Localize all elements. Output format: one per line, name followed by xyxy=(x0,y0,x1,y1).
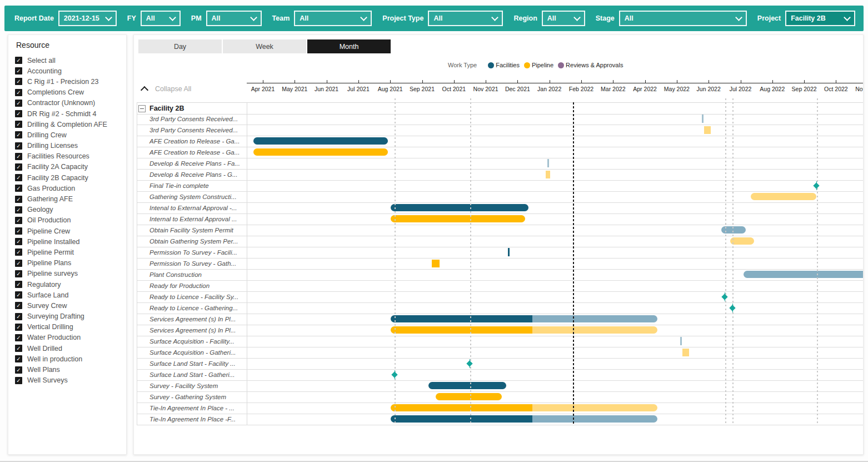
legend-item-facilities[interactable]: Facilities xyxy=(488,62,520,68)
resource-item-pipeline-permit[interactable]: ✓Pipeline Permit xyxy=(15,247,126,257)
checkbox-pipeline-installed[interactable]: ✓ xyxy=(15,238,22,245)
resource-item-c-rig-1-precision-23[interactable]: ✓C Rig #1 - Precision 23 xyxy=(15,76,126,87)
task-label-surface-acquisition-gatheri[interactable]: Surface Acquisition - Gatheri... xyxy=(149,347,236,358)
task-tick[interactable] xyxy=(680,337,682,345)
task-label-permission-to-survey-gath[interactable]: Permission To Survey - Gath... xyxy=(149,258,236,269)
resource-item-drilling-licenses[interactable]: ✓Drilling Licenses xyxy=(15,141,126,151)
task-label-afe-creation-to-release-ga[interactable]: AFE Creation to Release - Ga... xyxy=(149,136,240,147)
checkbox-drilling-licenses[interactable]: ✓ xyxy=(15,142,22,150)
checkbox-geology[interactable]: ✓ xyxy=(15,206,22,213)
checkbox-drilling-crew[interactable]: ✓ xyxy=(15,131,22,138)
filter-select-pm[interactable]: All xyxy=(206,11,262,26)
resource-item-dr-rig-2-schmidt-4[interactable]: ✓DR Rig #2 - Schmidt 4 xyxy=(15,108,126,119)
checkbox-gathering-afe[interactable]: ✓ xyxy=(15,196,22,203)
milestone-diamond[interactable] xyxy=(466,360,472,366)
task-square[interactable] xyxy=(704,126,711,134)
gantt-bar[interactable] xyxy=(253,137,388,145)
checkbox-facilities-resources[interactable]: ✓ xyxy=(15,153,22,160)
resource-item-pipeline-plans[interactable]: ✓Pipeline Plans xyxy=(15,258,126,269)
milestone-diamond[interactable] xyxy=(391,371,397,377)
resource-item-water-production[interactable]: ✓Water Production xyxy=(15,332,126,343)
gantt-bar[interactable] xyxy=(721,226,746,234)
collapse-all-button[interactable]: Collapse All xyxy=(141,85,191,93)
task-label-plant-construction[interactable]: Plant Construction xyxy=(149,269,202,280)
resource-item-pipeline-installed[interactable]: ✓Pipeline Installed xyxy=(15,236,126,247)
gantt-bar[interactable] xyxy=(532,326,657,334)
task-square[interactable] xyxy=(546,171,550,178)
gantt-bar[interactable] xyxy=(730,237,754,245)
filter-select-team[interactable]: All xyxy=(294,11,372,26)
checkbox-oil-production[interactable]: ✓ xyxy=(15,217,22,224)
checkbox-pipeline-permit[interactable]: ✓ xyxy=(15,249,22,256)
checkbox-well-surveys[interactable]: ✓ xyxy=(15,377,22,384)
milestone-diamond[interactable] xyxy=(729,305,735,311)
task-label-permission-to-survey-facili[interactable]: Permission To Survey - Facili... xyxy=(149,247,237,258)
task-label-3rd-party-consents-received[interactable]: 3rd Party Consents Received... xyxy=(149,125,238,136)
checkbox-well-in-production[interactable]: ✓ xyxy=(15,355,22,362)
resource-item-pipeline-surveys[interactable]: ✓Pipeline surveys xyxy=(15,269,126,279)
milestone-diamond[interactable] xyxy=(721,294,727,300)
resource-item-surface-land[interactable]: ✓Surface Land xyxy=(15,290,126,300)
task-label-intenal-to-external-approval[interactable]: Intenal to External Approval -... xyxy=(149,202,237,213)
resource-item-facility-2b-capacity[interactable]: ✓Facility 2B Capacity xyxy=(15,172,126,183)
resource-item-surveying-drafting[interactable]: ✓Surveying Drafting xyxy=(15,311,126,322)
task-label-surface-land-start-facility[interactable]: Surface Land Start - Facility ... xyxy=(149,358,236,369)
resource-item-geology[interactable]: ✓Geology xyxy=(15,205,126,215)
checkbox-c-rig-1-precision-23[interactable]: ✓ xyxy=(15,78,22,85)
resource-item-contractor-unknown[interactable]: ✓Contractor (Unknown) xyxy=(15,98,126,108)
checkbox-facility-2b-capacity[interactable]: ✓ xyxy=(15,174,22,181)
task-label-surface-land-start-gatheri[interactable]: Surface Land Start - Gatheri... xyxy=(149,369,235,380)
resource-item-well-in-production[interactable]: ✓Well in production xyxy=(15,354,126,364)
collapse-group-icon[interactable] xyxy=(138,105,146,112)
view-button-month[interactable]: Month xyxy=(307,39,391,53)
task-square[interactable] xyxy=(682,349,689,356)
checkbox-accounting[interactable]: ✓ xyxy=(15,67,22,74)
checkbox-surveying-drafting[interactable]: ✓ xyxy=(15,313,22,320)
task-label-survey-gathering-system[interactable]: Survey - Gathering System xyxy=(149,391,226,403)
resource-item-regulatory[interactable]: ✓Regulatory xyxy=(15,279,126,290)
task-label-tie-in-agreement-in-place[interactable]: Tie-In Agreement In Place - ... xyxy=(149,403,235,414)
resource-item-accounting[interactable]: ✓Accounting xyxy=(15,66,126,76)
task-label-survey-facility-system[interactable]: Survey - Facility System xyxy=(149,380,218,391)
checkbox-gas-production[interactable]: ✓ xyxy=(15,185,22,192)
gantt-bar[interactable] xyxy=(391,215,525,222)
task-label-services-agreement-s-in-pl[interactable]: Services Agreement (s) In Pl... xyxy=(149,325,236,336)
gantt-bar[interactable] xyxy=(391,204,528,211)
legend-item-pipeline[interactable]: Pipeline xyxy=(524,62,553,68)
checkbox-regulatory[interactable]: ✓ xyxy=(15,281,22,288)
legend-item-reviews-approvals[interactable]: Reviews & Approvals xyxy=(558,62,623,68)
resource-item-drilling-completion-afe[interactable]: ✓Drilling & Completion AFE xyxy=(15,119,126,130)
gantt-bar[interactable] xyxy=(253,148,388,156)
task-label-services-agreement-s-in-pl[interactable]: Services Agreement (s) In Pl... xyxy=(149,314,236,325)
checkbox-drilling-completion-afe[interactable]: ✓ xyxy=(15,121,22,128)
gantt-bar[interactable] xyxy=(436,393,502,400)
checkbox-dr-rig-2-schmidt-4[interactable]: ✓ xyxy=(15,110,22,117)
resource-item-select-all[interactable]: ✓Select all xyxy=(15,55,126,66)
resource-item-drilling-crew[interactable]: ✓Drilling Crew xyxy=(15,130,126,140)
task-label-surface-acquisition-facility[interactable]: Surface Acquisition - Facility... xyxy=(149,336,235,347)
view-button-day[interactable]: Day xyxy=(138,39,222,53)
checkbox-select-all[interactable]: ✓ xyxy=(15,57,22,64)
task-label-obtain-facility-system-permit[interactable]: Obtain Facility System Permit xyxy=(149,225,233,236)
resource-item-pipeline-crew[interactable]: ✓Pipeline Crew xyxy=(15,226,126,236)
gantt-bar[interactable] xyxy=(391,315,532,322)
filter-select-fy[interactable]: All xyxy=(141,11,181,26)
task-label-ready-to-licence-gathering[interactable]: Ready to Licence - Gathering... xyxy=(149,302,238,314)
task-label-afe-creation-to-release-ga[interactable]: AFE Creation to Release - Ga... xyxy=(149,147,240,158)
checkbox-pipeline-crew[interactable]: ✓ xyxy=(15,227,22,235)
gantt-bar[interactable] xyxy=(532,315,657,322)
gantt-bar[interactable] xyxy=(391,415,532,423)
task-label-ready-to-licence-facility-sy[interactable]: Ready to Licence - Facility Sy... xyxy=(149,291,238,302)
task-tick[interactable] xyxy=(508,248,510,256)
checkbox-survey-crew[interactable]: ✓ xyxy=(15,302,22,309)
task-label-tie-in-agreement-in-place-f[interactable]: Tie-In Agreement In Place -F... xyxy=(149,414,236,425)
checkbox-pipeline-plans[interactable]: ✓ xyxy=(15,260,22,267)
gantt-bar[interactable] xyxy=(428,382,506,389)
task-square[interactable] xyxy=(432,260,440,267)
filter-select-region[interactable]: All xyxy=(542,11,585,26)
checkbox-well-drilled[interactable]: ✓ xyxy=(15,345,22,352)
checkbox-water-production[interactable]: ✓ xyxy=(15,334,22,341)
resource-item-oil-production[interactable]: ✓Oil Production xyxy=(15,215,126,226)
filter-select-project[interactable]: Facility 2B xyxy=(785,11,855,26)
gantt-bar[interactable] xyxy=(532,415,657,423)
